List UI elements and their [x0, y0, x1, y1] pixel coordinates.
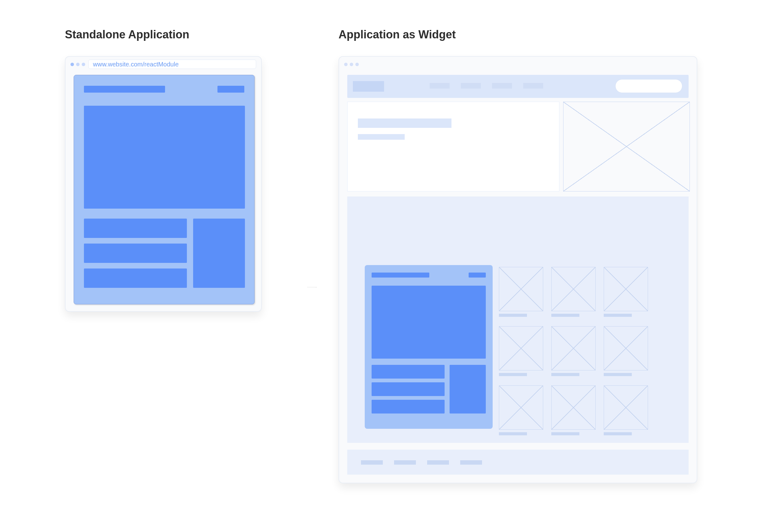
- app-button-placeholder: [217, 86, 244, 93]
- title-widget: Application as Widget: [339, 28, 456, 41]
- footer-link-placeholder: [394, 460, 416, 465]
- card-image-placeholder: [499, 385, 543, 430]
- app-button-placeholder: [469, 273, 486, 277]
- card-caption-placeholder: [551, 373, 579, 376]
- host-browser-window: [339, 56, 697, 483]
- url-bar: www.website.com/reactModule: [88, 60, 256, 69]
- host-footer-placeholder: [347, 450, 689, 475]
- footer-link-placeholder: [361, 460, 383, 465]
- app-list-item-placeholder: [372, 400, 445, 414]
- react-app-as-widget: [365, 265, 493, 429]
- app-list-item-placeholder: [372, 365, 445, 379]
- card-caption-placeholder: [499, 432, 527, 435]
- react-app-standalone: [74, 75, 255, 304]
- card-caption-placeholder: [499, 314, 527, 317]
- card-image-placeholder: [604, 326, 648, 370]
- traffic-lights-icon: [344, 63, 359, 66]
- traffic-lights-icon: [70, 63, 85, 66]
- card-image-placeholder: [499, 326, 543, 370]
- host-nav-item-placeholder: [523, 83, 543, 89]
- card-caption-placeholder: [604, 432, 632, 435]
- card-image-placeholder: [499, 267, 543, 311]
- title-standalone: Standalone Application: [65, 28, 189, 41]
- host-card-grid: [499, 267, 683, 445]
- host-page-wireframe: [339, 72, 697, 483]
- card-image-placeholder: [551, 385, 596, 430]
- diagram-canvas: Standalone Application Application as Wi…: [0, 0, 780, 532]
- card-caption-placeholder: [551, 314, 579, 317]
- app-heading-placeholder: [84, 86, 165, 93]
- host-nav-item-placeholder: [461, 83, 481, 89]
- app-list-item-placeholder: [84, 219, 187, 238]
- app-hero-placeholder: [84, 106, 245, 209]
- host-search-placeholder: [615, 79, 682, 93]
- standalone-browser-window: www.website.com/reactModule: [65, 56, 262, 312]
- host-nav-item-placeholder: [430, 83, 450, 89]
- card-image-placeholder: [604, 267, 648, 311]
- card-caption-placeholder: [604, 373, 632, 376]
- card-image-placeholder: [551, 326, 596, 370]
- card-image-placeholder: [604, 385, 648, 430]
- app-list-item-placeholder: [84, 268, 187, 288]
- app-sidebar-placeholder: [450, 365, 486, 414]
- app-heading-placeholder: [372, 273, 429, 277]
- host-hero-text-area: [347, 102, 559, 192]
- app-list-item-placeholder: [84, 244, 187, 263]
- footer-link-placeholder: [427, 460, 449, 465]
- app-sidebar-placeholder: [193, 219, 245, 288]
- card-caption-placeholder: [499, 373, 527, 376]
- footer-link-placeholder: [460, 460, 482, 465]
- app-hero-placeholder: [372, 286, 486, 359]
- browser-chrome: [339, 57, 697, 72]
- card-caption-placeholder: [551, 432, 579, 435]
- browser-chrome: www.website.com/reactModule: [65, 57, 261, 72]
- host-logo-placeholder: [353, 81, 384, 92]
- card-image-placeholder: [551, 267, 596, 311]
- app-list-item-placeholder: [372, 382, 445, 396]
- host-hero-line-placeholder: [358, 118, 451, 128]
- host-hero-line-placeholder: [358, 134, 405, 140]
- card-caption-placeholder: [604, 314, 632, 317]
- host-hero-image-placeholder: [563, 102, 690, 192]
- host-nav-item-placeholder: [492, 83, 512, 89]
